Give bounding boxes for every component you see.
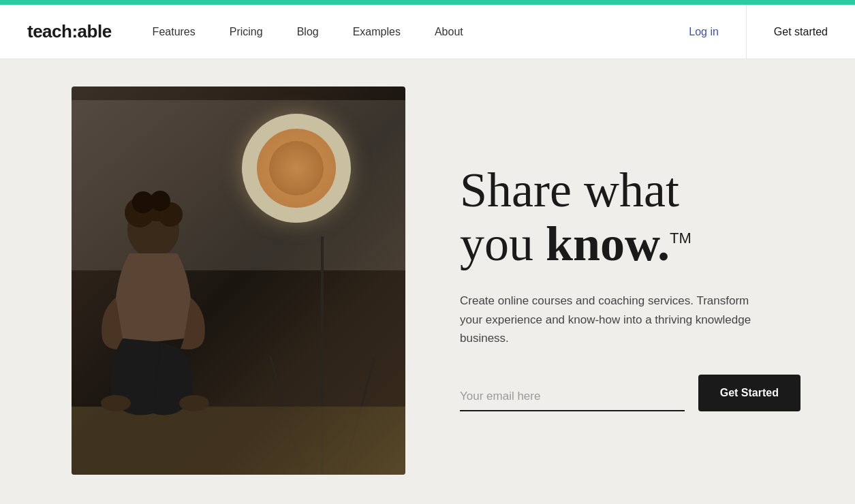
svg-point-5 [150,191,170,211]
hero-headline: Share what you know.TM [460,163,814,271]
hero-image [72,86,405,475]
logo[interactable]: teach:able [27,21,112,42]
svg-point-6 [101,395,131,411]
login-button[interactable]: Log in [662,5,747,59]
hero-text-section: Share what you know.TM Create online cou… [405,59,855,502]
trademark-symbol: TM [670,230,691,247]
nav-blog[interactable]: Blog [297,26,319,38]
navbar: teach:able Features Pricing Blog Example… [0,5,855,59]
svg-point-7 [179,395,209,411]
person-silhouette [92,189,228,475]
main-content: Share what you know.TM Create online cou… [0,59,855,502]
headline-line2-prefix: you [460,217,546,271]
nav-links: Features Pricing Blog Examples About [153,26,662,38]
email-input[interactable] [460,383,685,410]
headline-know: know. [546,217,670,271]
top-accent-bar [0,0,855,5]
hero-cta: Get Started [460,375,800,411]
nav-features[interactable]: Features [153,26,196,38]
nav-pricing[interactable]: Pricing [230,26,263,38]
email-input-wrapper [460,383,685,411]
get-started-nav-button[interactable]: Get started [747,5,855,59]
headline-line1: Share what [460,163,679,217]
get-started-button[interactable]: Get Started [698,375,800,411]
nav-actions: Log in Get started [662,5,855,59]
ring-light [242,114,351,223]
hero-subtext: Create online courses and coaching servi… [460,292,760,347]
nav-examples[interactable]: Examples [353,26,401,38]
nav-about[interactable]: About [435,26,463,38]
